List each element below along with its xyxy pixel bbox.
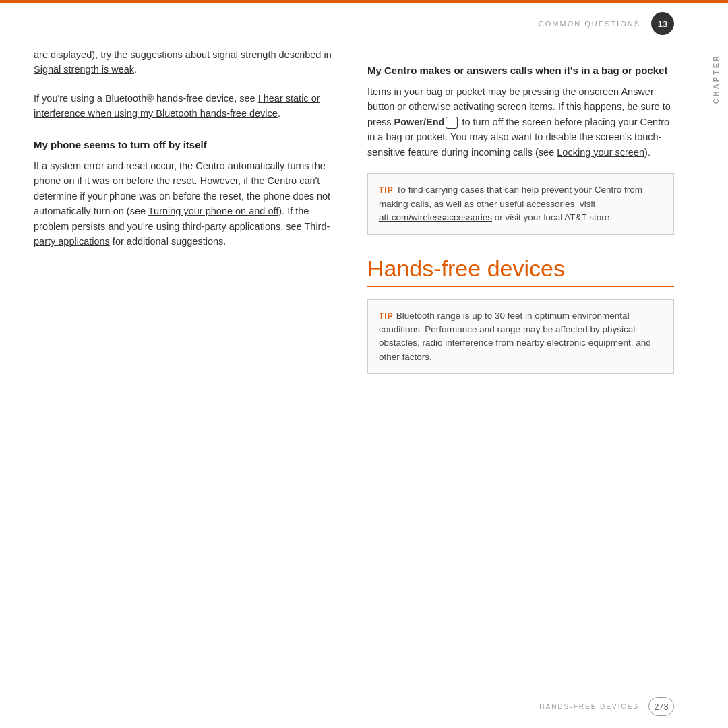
tip1-label: TIP: [379, 185, 394, 195]
footer-label: HANDS-FREE DEVICES: [539, 703, 639, 710]
signal-strength-link[interactable]: Signal strength is weak: [34, 64, 134, 75]
section1-heading: My phone seems to turn off by itself: [34, 138, 340, 152]
header-label: COMMON QUESTIONS: [539, 20, 640, 28]
section2-heading: My Centro makes or answers calls when it…: [367, 63, 674, 78]
tip-box-2: TIPBluetooth range is up to 30 feet in o…: [367, 299, 674, 374]
intro-paragraph: are displayed), try the suggestions abou…: [34, 47, 340, 78]
footer-page-number: 273: [648, 697, 674, 716]
turning-phone-link[interactable]: Turning your phone on and off: [148, 206, 278, 216]
page-footer: HANDS-FREE DEVICES 273: [0, 697, 674, 716]
locking-screen-link[interactable]: Locking your screen: [557, 147, 644, 158]
bluetooth-paragraph: If you're using a Bluetooth® hands-free …: [34, 91, 340, 121]
section2-paragraph: Items in your bag or pocket may be press…: [367, 84, 674, 160]
power-end-icon: i: [446, 117, 458, 129]
tip-box-1: TIPTo find carrying cases that can help …: [367, 173, 674, 235]
section1-paragraph: If a system error and reset occur, the C…: [34, 158, 340, 249]
att-accessories-link[interactable]: att.com/wirelessaccessories: [379, 212, 492, 222]
chapter-sidebar: CHAPTER: [712, 54, 720, 104]
tip2-label: TIP: [379, 311, 394, 321]
hands-free-title: Hands-free devices: [367, 255, 674, 282]
header-page-number: 13: [651, 12, 674, 35]
left-column: are displayed), try the suggestions abou…: [34, 47, 340, 688]
section-divider: [367, 286, 674, 287]
page-container: COMMON QUESTIONS 13 CHAPTER are displaye…: [0, 0, 728, 728]
page-header: COMMON QUESTIONS 13: [539, 12, 674, 35]
content-area: are displayed), try the suggestions abou…: [34, 47, 674, 688]
right-column: My Centro makes or answers calls when it…: [367, 47, 674, 688]
top-border-line: [0, 0, 728, 3]
